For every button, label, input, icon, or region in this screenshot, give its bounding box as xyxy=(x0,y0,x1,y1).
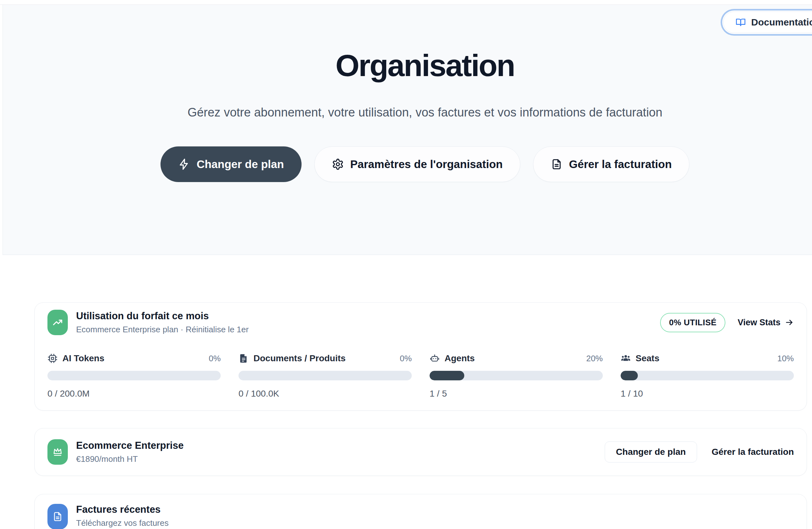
plan-change-plan-button[interactable]: Changer de plan xyxy=(605,441,697,462)
meter-percent: 0% xyxy=(208,354,221,364)
meter-percent: 10% xyxy=(777,354,794,364)
view-stats-link[interactable]: View Stats xyxy=(738,318,794,327)
crown-icon xyxy=(47,439,68,465)
invoices-title: Factures récentes xyxy=(76,504,169,515)
file-text-icon xyxy=(551,158,563,170)
progress-fill xyxy=(621,371,638,380)
meter-label: Documents / Produits xyxy=(253,353,346,364)
change-plan-button[interactable]: Changer de plan xyxy=(160,146,301,182)
plan-title: Ecommerce Enterprise xyxy=(76,440,184,451)
documentation-button[interactable]: Documentation xyxy=(723,12,812,33)
plan-card: Ecommerce Enterprise €1890/month HT Chan… xyxy=(34,428,807,476)
invoice-icon xyxy=(47,504,68,529)
meter-percent: 20% xyxy=(586,354,603,364)
plan-price: €1890/month HT xyxy=(76,454,184,464)
view-stats-label: View Stats xyxy=(738,318,781,327)
usage-card-subtitle: Ecommerce Enterprise plan · Réinitialise… xyxy=(76,325,249,335)
arrow-right-icon xyxy=(785,318,794,327)
top-bar xyxy=(0,0,812,5)
page-title: Organisation xyxy=(20,48,812,84)
meter-usage-value: 0 / 100.0K xyxy=(238,388,412,399)
plan-actions: Changer de plan Gérer la facturation xyxy=(605,441,794,462)
meter-usage-value: 0 / 200.0M xyxy=(47,388,221,399)
meter-seats: Seats 10% 1 / 10 xyxy=(621,353,794,399)
progress-bar xyxy=(621,371,794,380)
manage-billing-label: Gérer la facturation xyxy=(569,158,672,171)
usage-badge: 0% UTILISÉ xyxy=(660,313,725,332)
progress-bar xyxy=(430,371,603,380)
meter-label: AI Tokens xyxy=(62,353,104,364)
progress-bar xyxy=(238,371,412,380)
usage-meters: AI Tokens 0% 0 / 200.0M xyxy=(47,353,794,399)
progress-fill xyxy=(430,371,464,380)
main-content: Utilisation du forfait ce mois Ecommerce… xyxy=(0,303,812,529)
invoices-card: Factures récentes Téléchargez vos factur… xyxy=(34,494,807,529)
meter-documents: Documents / Produits 0% 0 / 100.0K xyxy=(238,353,412,399)
zap-icon xyxy=(178,158,190,170)
gear-icon xyxy=(332,158,344,170)
hero-actions: Changer de plan Paramètres de l'organisa… xyxy=(20,146,812,182)
meter-label: Agents xyxy=(445,353,475,364)
organisation-settings-label: Paramètres de l'organisation xyxy=(350,158,503,171)
meter-ai-tokens: AI Tokens 0% 0 / 200.0M xyxy=(47,353,221,399)
robot-icon xyxy=(430,353,440,364)
documentation-label: Documentation xyxy=(751,17,812,28)
manage-billing-button[interactable]: Gérer la facturation xyxy=(533,146,690,182)
trending-up-icon xyxy=(47,310,68,335)
progress-bar xyxy=(47,371,221,380)
meter-agents: Agents 20% 1 / 5 xyxy=(430,353,603,399)
usage-card-title: Utilisation du forfait ce mois xyxy=(76,310,249,322)
meter-label: Seats xyxy=(636,353,659,364)
organisation-settings-button[interactable]: Paramètres de l'organisation xyxy=(314,146,520,182)
hero-section: Documentation Organisation Gérez votre a… xyxy=(2,5,812,255)
change-plan-label: Changer de plan xyxy=(197,158,284,171)
usage-card: Utilisation du forfait ce mois Ecommerce… xyxy=(34,303,807,411)
page-subtitle: Gérez votre abonnement, votre utilisatio… xyxy=(177,103,673,122)
invoices-subtitle: Téléchargez vos factures xyxy=(76,518,169,528)
document-filled-icon xyxy=(238,353,249,364)
users-icon xyxy=(621,353,631,364)
plan-manage-billing-button[interactable]: Gérer la facturation xyxy=(712,447,794,457)
meter-percent: 0% xyxy=(400,354,412,364)
book-open-icon xyxy=(736,17,746,27)
cpu-icon xyxy=(47,353,58,364)
meter-usage-value: 1 / 5 xyxy=(430,388,603,399)
meter-usage-value: 1 / 10 xyxy=(621,388,794,399)
